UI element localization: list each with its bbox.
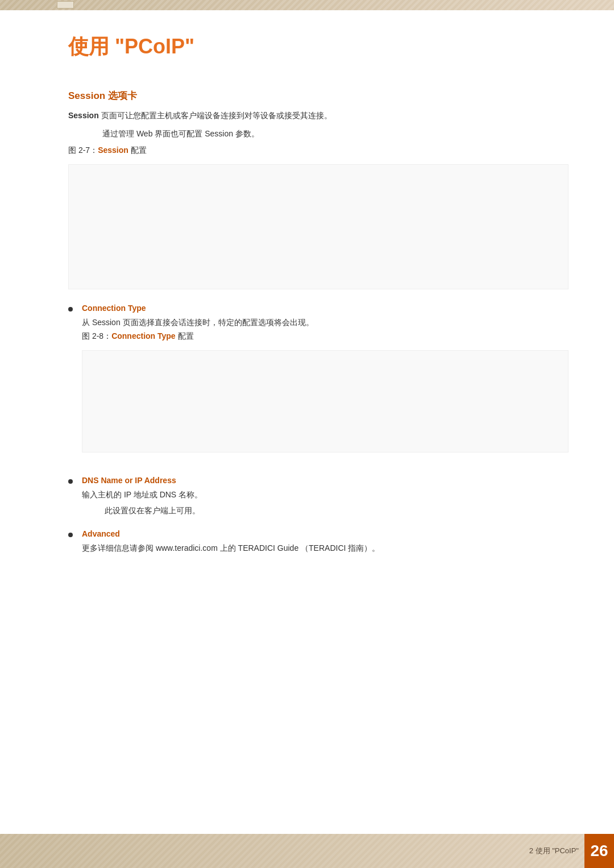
- footer-page-number: 26: [590, 842, 608, 860]
- bullet-item-dns: DNS Name or IP Address 输入主机的 IP 地址或 DNS …: [68, 476, 569, 520]
- bullet-dot-dns: [68, 479, 73, 484]
- connection-type-desc: 从 Session 页面选择直接会话连接时，特定的配置选项将会出现。: [82, 316, 569, 330]
- title-brand: "PCoIP": [115, 35, 194, 58]
- figure-2-7-keyword: Session: [98, 146, 128, 155]
- dns-indented: 此设置仅在客户端上可用。: [82, 504, 569, 518]
- session-body-keyword: Session: [68, 111, 99, 120]
- session-body-rest: 页面可让您配置主机或客户端设备连接到对等设备或接受其连接。: [99, 111, 332, 120]
- bullet-dot-connection-type: [68, 307, 73, 312]
- figure-2-8-image: [82, 350, 569, 452]
- top-decorative-bar: [0, 0, 614, 10]
- session-body-text: Session 页面可让您配置主机或客户端设备连接到对等设备或接受其连接。: [68, 109, 569, 123]
- figure-2-7-image: [68, 164, 569, 289]
- advanced-desc: 更多详细信息请参阅 www.teradici.com 上的 TERADICI G…: [82, 542, 569, 555]
- session-heading-keyword: Session: [68, 90, 105, 101]
- dns-desc: 输入主机的 IP 地址或 DNS 名称。: [82, 488, 569, 502]
- bullet-content-advanced: Advanced 更多详细信息请参阅 www.teradici.com 上的 T…: [82, 529, 569, 558]
- bullet-dot-advanced: [68, 533, 73, 537]
- page-title: 使用 "PCoIP": [68, 33, 569, 61]
- footer-page-box: 26: [584, 834, 614, 868]
- figure-2-7-caption: 图 2-7：Session 配置: [68, 146, 569, 156]
- session-heading-rest: 选项卡: [105, 90, 137, 101]
- figure-2-8-caption: 图 2-8：Connection Type 配置: [82, 331, 569, 342]
- dns-title: DNS Name or IP Address: [82, 476, 569, 485]
- session-heading: Session 选项卡: [68, 89, 569, 102]
- bullet-item-connection-type: Connection Type 从 Session 页面选择直接会话连接时，特定…: [68, 304, 569, 467]
- footer-bar: 2 使用 "PCoIP" 26: [0, 834, 614, 868]
- top-bar-rectangle: [57, 1, 74, 9]
- footer-text: 2 使用 "PCoIP": [529, 846, 579, 856]
- session-section: Session 选项卡 Session 页面可让您配置主机或客户端设备连接到对等…: [68, 89, 569, 289]
- main-content: 使用 "PCoIP" Session 选项卡 Session 页面可让您配置主机…: [0, 10, 614, 834]
- figure-2-8-keyword: Connection Type: [111, 331, 176, 340]
- connection-type-title: Connection Type: [82, 304, 569, 313]
- advanced-title: Advanced: [82, 529, 569, 538]
- session-indented-text: 通过管理 Web 界面也可配置 Session 参数。: [68, 127, 569, 141]
- bullet-content-connection-type: Connection Type 从 Session 页面选择直接会话连接时，特定…: [82, 304, 569, 467]
- bullet-item-advanced: Advanced 更多详细信息请参阅 www.teradici.com 上的 T…: [68, 529, 569, 558]
- bullet-section: Connection Type 从 Session 页面选择直接会话连接时，特定…: [68, 304, 569, 558]
- title-text-prefix: 使用: [68, 35, 115, 58]
- bullet-content-dns: DNS Name or IP Address 输入主机的 IP 地址或 DNS …: [82, 476, 569, 520]
